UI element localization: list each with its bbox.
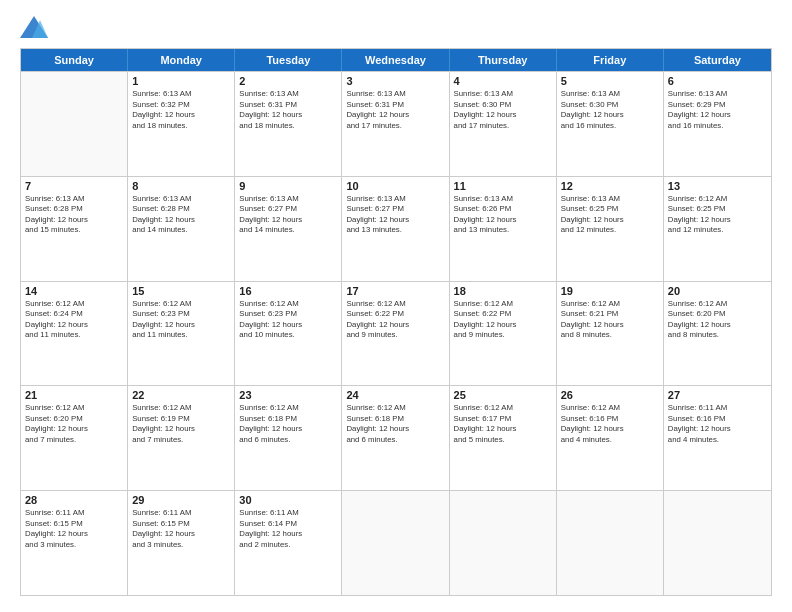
cal-cell: 29Sunrise: 6:11 AM Sunset: 6:15 PM Dayli… [128, 491, 235, 595]
logo [20, 16, 52, 38]
cal-cell: 6Sunrise: 6:13 AM Sunset: 6:29 PM Daylig… [664, 72, 771, 176]
cal-cell: 8Sunrise: 6:13 AM Sunset: 6:28 PM Daylig… [128, 177, 235, 281]
header-day-thursday: Thursday [450, 49, 557, 71]
day-number: 11 [454, 180, 552, 192]
day-number: 4 [454, 75, 552, 87]
cal-cell: 15Sunrise: 6:12 AM Sunset: 6:23 PM Dayli… [128, 282, 235, 386]
calendar-body: 1Sunrise: 6:13 AM Sunset: 6:32 PM Daylig… [21, 71, 771, 595]
day-info: Sunrise: 6:12 AM Sunset: 6:21 PM Dayligh… [561, 299, 659, 341]
cal-cell: 10Sunrise: 6:13 AM Sunset: 6:27 PM Dayli… [342, 177, 449, 281]
day-number: 22 [132, 389, 230, 401]
cal-cell: 18Sunrise: 6:12 AM Sunset: 6:22 PM Dayli… [450, 282, 557, 386]
day-number: 10 [346, 180, 444, 192]
cal-cell: 27Sunrise: 6:11 AM Sunset: 6:16 PM Dayli… [664, 386, 771, 490]
day-info: Sunrise: 6:13 AM Sunset: 6:27 PM Dayligh… [239, 194, 337, 236]
day-number: 16 [239, 285, 337, 297]
day-info: Sunrise: 6:12 AM Sunset: 6:20 PM Dayligh… [668, 299, 767, 341]
cal-cell: 3Sunrise: 6:13 AM Sunset: 6:31 PM Daylig… [342, 72, 449, 176]
day-number: 18 [454, 285, 552, 297]
day-info: Sunrise: 6:13 AM Sunset: 6:30 PM Dayligh… [454, 89, 552, 131]
day-info: Sunrise: 6:13 AM Sunset: 6:25 PM Dayligh… [561, 194, 659, 236]
cal-cell: 21Sunrise: 6:12 AM Sunset: 6:20 PM Dayli… [21, 386, 128, 490]
header-day-monday: Monday [128, 49, 235, 71]
cal-cell: 19Sunrise: 6:12 AM Sunset: 6:21 PM Dayli… [557, 282, 664, 386]
day-info: Sunrise: 6:12 AM Sunset: 6:24 PM Dayligh… [25, 299, 123, 341]
logo-icon [20, 16, 48, 38]
cal-cell: 4Sunrise: 6:13 AM Sunset: 6:30 PM Daylig… [450, 72, 557, 176]
cal-cell: 25Sunrise: 6:12 AM Sunset: 6:17 PM Dayli… [450, 386, 557, 490]
cal-cell [664, 491, 771, 595]
cal-cell: 28Sunrise: 6:11 AM Sunset: 6:15 PM Dayli… [21, 491, 128, 595]
day-info: Sunrise: 6:12 AM Sunset: 6:23 PM Dayligh… [239, 299, 337, 341]
cal-cell: 13Sunrise: 6:12 AM Sunset: 6:25 PM Dayli… [664, 177, 771, 281]
cal-cell: 17Sunrise: 6:12 AM Sunset: 6:22 PM Dayli… [342, 282, 449, 386]
day-number: 5 [561, 75, 659, 87]
day-info: Sunrise: 6:13 AM Sunset: 6:28 PM Dayligh… [132, 194, 230, 236]
day-info: Sunrise: 6:12 AM Sunset: 6:19 PM Dayligh… [132, 403, 230, 445]
cal-cell: 23Sunrise: 6:12 AM Sunset: 6:18 PM Dayli… [235, 386, 342, 490]
cal-cell: 24Sunrise: 6:12 AM Sunset: 6:18 PM Dayli… [342, 386, 449, 490]
day-number: 12 [561, 180, 659, 192]
cal-cell: 7Sunrise: 6:13 AM Sunset: 6:28 PM Daylig… [21, 177, 128, 281]
header-day-saturday: Saturday [664, 49, 771, 71]
day-number: 17 [346, 285, 444, 297]
cal-cell [450, 491, 557, 595]
header-day-sunday: Sunday [21, 49, 128, 71]
day-info: Sunrise: 6:12 AM Sunset: 6:18 PM Dayligh… [346, 403, 444, 445]
day-number: 29 [132, 494, 230, 506]
cal-cell: 1Sunrise: 6:13 AM Sunset: 6:32 PM Daylig… [128, 72, 235, 176]
cal-cell: 22Sunrise: 6:12 AM Sunset: 6:19 PM Dayli… [128, 386, 235, 490]
day-info: Sunrise: 6:12 AM Sunset: 6:16 PM Dayligh… [561, 403, 659, 445]
cal-cell: 20Sunrise: 6:12 AM Sunset: 6:20 PM Dayli… [664, 282, 771, 386]
day-number: 14 [25, 285, 123, 297]
header [20, 16, 772, 38]
cal-cell: 2Sunrise: 6:13 AM Sunset: 6:31 PM Daylig… [235, 72, 342, 176]
day-info: Sunrise: 6:11 AM Sunset: 6:15 PM Dayligh… [25, 508, 123, 550]
day-number: 23 [239, 389, 337, 401]
week-row-3: 14Sunrise: 6:12 AM Sunset: 6:24 PM Dayli… [21, 281, 771, 386]
day-number: 13 [668, 180, 767, 192]
day-info: Sunrise: 6:12 AM Sunset: 6:25 PM Dayligh… [668, 194, 767, 236]
page: SundayMondayTuesdayWednesdayThursdayFrid… [0, 0, 792, 612]
day-info: Sunrise: 6:13 AM Sunset: 6:29 PM Dayligh… [668, 89, 767, 131]
header-day-tuesday: Tuesday [235, 49, 342, 71]
day-number: 24 [346, 389, 444, 401]
day-info: Sunrise: 6:13 AM Sunset: 6:31 PM Dayligh… [239, 89, 337, 131]
day-info: Sunrise: 6:13 AM Sunset: 6:27 PM Dayligh… [346, 194, 444, 236]
day-info: Sunrise: 6:11 AM Sunset: 6:15 PM Dayligh… [132, 508, 230, 550]
day-number: 7 [25, 180, 123, 192]
day-info: Sunrise: 6:12 AM Sunset: 6:22 PM Dayligh… [454, 299, 552, 341]
day-number: 30 [239, 494, 337, 506]
day-number: 19 [561, 285, 659, 297]
header-day-wednesday: Wednesday [342, 49, 449, 71]
cal-cell: 30Sunrise: 6:11 AM Sunset: 6:14 PM Dayli… [235, 491, 342, 595]
week-row-4: 21Sunrise: 6:12 AM Sunset: 6:20 PM Dayli… [21, 385, 771, 490]
cal-cell: 14Sunrise: 6:12 AM Sunset: 6:24 PM Dayli… [21, 282, 128, 386]
cal-cell: 16Sunrise: 6:12 AM Sunset: 6:23 PM Dayli… [235, 282, 342, 386]
day-number: 26 [561, 389, 659, 401]
day-info: Sunrise: 6:12 AM Sunset: 6:17 PM Dayligh… [454, 403, 552, 445]
cal-cell [21, 72, 128, 176]
cal-cell: 5Sunrise: 6:13 AM Sunset: 6:30 PM Daylig… [557, 72, 664, 176]
day-number: 8 [132, 180, 230, 192]
cal-cell: 11Sunrise: 6:13 AM Sunset: 6:26 PM Dayli… [450, 177, 557, 281]
cal-cell: 26Sunrise: 6:12 AM Sunset: 6:16 PM Dayli… [557, 386, 664, 490]
day-number: 25 [454, 389, 552, 401]
day-info: Sunrise: 6:13 AM Sunset: 6:31 PM Dayligh… [346, 89, 444, 131]
week-row-5: 28Sunrise: 6:11 AM Sunset: 6:15 PM Dayli… [21, 490, 771, 595]
day-info: Sunrise: 6:13 AM Sunset: 6:26 PM Dayligh… [454, 194, 552, 236]
header-day-friday: Friday [557, 49, 664, 71]
day-info: Sunrise: 6:12 AM Sunset: 6:22 PM Dayligh… [346, 299, 444, 341]
week-row-2: 7Sunrise: 6:13 AM Sunset: 6:28 PM Daylig… [21, 176, 771, 281]
day-number: 9 [239, 180, 337, 192]
day-number: 6 [668, 75, 767, 87]
day-number: 1 [132, 75, 230, 87]
day-number: 15 [132, 285, 230, 297]
day-info: Sunrise: 6:13 AM Sunset: 6:32 PM Dayligh… [132, 89, 230, 131]
cal-cell [342, 491, 449, 595]
day-number: 27 [668, 389, 767, 401]
day-info: Sunrise: 6:13 AM Sunset: 6:30 PM Dayligh… [561, 89, 659, 131]
day-number: 21 [25, 389, 123, 401]
day-number: 20 [668, 285, 767, 297]
day-info: Sunrise: 6:11 AM Sunset: 6:14 PM Dayligh… [239, 508, 337, 550]
